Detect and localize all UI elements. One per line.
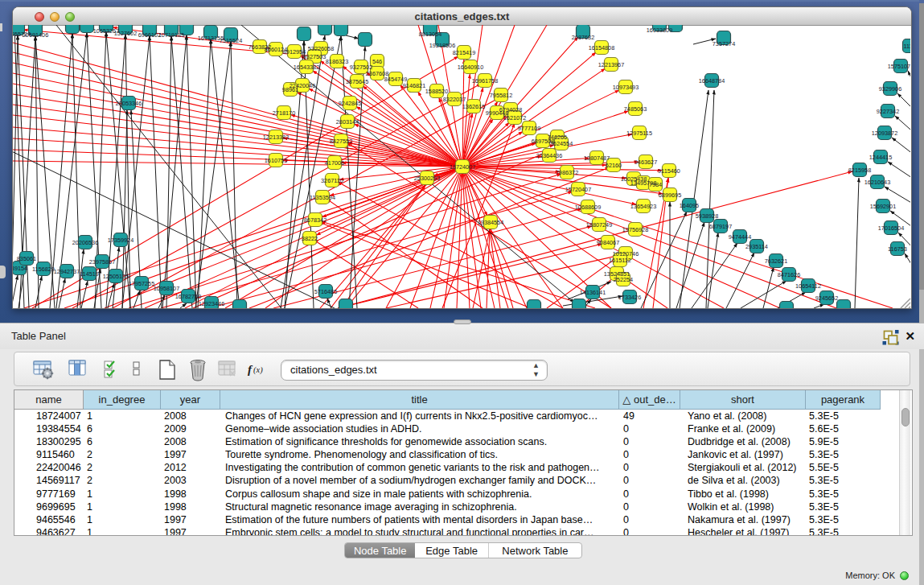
svg-text:8678342: 8678342	[304, 216, 326, 224]
svg-text:18807249: 18807249	[586, 221, 612, 229]
svg-text:3267110: 3267110	[321, 177, 343, 184]
svg-text:9463627: 9463627	[634, 159, 657, 166]
svg-text:9327503: 9327503	[303, 53, 326, 60]
svg-text:417006: 417006	[325, 159, 344, 167]
svg-text:8215958: 8215958	[848, 167, 871, 174]
svg-text:6879197: 6879197	[709, 223, 732, 230]
svg-text:7632621: 7632621	[765, 257, 787, 265]
svg-text:9242845: 9242845	[339, 100, 361, 107]
svg-text:18724007: 18724007	[450, 163, 475, 171]
svg-text:7485063: 7485063	[624, 105, 647, 113]
svg-text:835061: 835061	[17, 255, 36, 262]
svg-text:53226058: 53226058	[308, 45, 334, 52]
svg-text:10688609: 10688609	[575, 204, 601, 211]
svg-text:5938928: 5938928	[696, 212, 718, 220]
svg-text:f: f	[248, 363, 253, 376]
svg-text:9329906: 9329906	[879, 85, 901, 93]
svg-text:1156829: 1156829	[32, 266, 55, 273]
svg-text:9474444: 9474444	[729, 233, 751, 241]
svg-text:17359924: 17359924	[108, 237, 133, 244]
svg-text:9777109: 9777109	[518, 125, 540, 132]
svg-text:2687682: 2687682	[572, 34, 594, 41]
svg-text:16961758: 16961758	[472, 77, 498, 84]
svg-text:17957255: 17957255	[129, 280, 154, 287]
svg-text:6794028: 6794028	[499, 106, 522, 113]
svg-text:10807487: 10807487	[584, 154, 610, 162]
svg-text:9245652: 9245652	[815, 295, 838, 302]
svg-text:1362615: 1362615	[462, 103, 485, 110]
svg-text:7986372: 7986372	[556, 169, 578, 176]
svg-text:16210643: 16210643	[864, 179, 890, 186]
svg-text:20691406: 20691406	[23, 31, 48, 39]
svg-text:1112: 1112	[903, 43, 910, 50]
svg-text:15692901: 15692901	[870, 203, 896, 210]
svg-text:8427552: 8427552	[330, 138, 352, 145]
svg-text:2935114: 2935114	[745, 243, 768, 250]
svg-text:1527602: 1527602	[114, 30, 137, 37]
svg-text:10973493: 10973493	[613, 84, 639, 91]
svg-text:11353594: 11353594	[310, 194, 335, 201]
svg-text:1244415: 1244415	[869, 154, 892, 161]
svg-text:7955812: 7955812	[490, 92, 512, 99]
svg-text:25300293: 25300293	[414, 175, 440, 182]
svg-text:5716485: 5716485	[314, 288, 337, 295]
svg-text:15751074: 15751074	[888, 63, 910, 70]
svg-text:3875645: 3875645	[346, 78, 368, 85]
svg-text:16154808: 16154808	[589, 44, 614, 51]
svg-text:12213967: 12213967	[598, 61, 624, 68]
svg-text:20206536: 20206536	[72, 239, 98, 246]
svg-text:16543382: 16543382	[294, 64, 319, 71]
svg-text:16782759: 16782759	[175, 293, 201, 300]
svg-text:38222: 38222	[302, 235, 318, 242]
svg-text:12093872: 12093872	[872, 130, 897, 137]
svg-text:19756928: 19756928	[622, 226, 648, 233]
svg-text:62160: 62160	[606, 162, 622, 169]
svg-text:2718170: 2718170	[273, 109, 295, 117]
svg-text:17016504: 17016504	[878, 225, 904, 232]
svg-text:8322037: 8322037	[443, 96, 466, 103]
svg-text:16648784: 16648784	[699, 77, 725, 84]
svg-text:21364436: 21364436	[536, 152, 562, 159]
svg-text:1588520: 1588520	[425, 88, 448, 95]
svg-text:14136141: 14136141	[580, 289, 606, 296]
svg-text:6899695: 6899695	[659, 192, 681, 199]
svg-text:10719185: 10719185	[158, 31, 184, 39]
svg-text:9227342: 9227342	[877, 108, 899, 115]
svg-text:12923446: 12923446	[199, 300, 224, 307]
svg-text:(x): (x)	[253, 365, 263, 375]
svg-text:9146821: 9146821	[403, 82, 425, 89]
svg-text:2803144: 2803144	[336, 118, 359, 126]
svg-text:16033809: 16033809	[647, 27, 672, 34]
svg-text:19384554: 19384554	[478, 219, 503, 226]
svg-text:164095: 164095	[680, 202, 699, 209]
svg-text:252254: 252254	[614, 276, 633, 283]
svg-text:16640910: 16640910	[458, 64, 483, 71]
svg-text:20053346: 20053346	[116, 100, 142, 107]
svg-text:7515524: 7515524	[220, 37, 242, 44]
svg-text:8186323: 8186323	[326, 58, 348, 65]
svg-text:3624554: 3624554	[550, 140, 573, 147]
svg-text:114519: 114519	[80, 270, 99, 278]
svg-text:546: 546	[372, 58, 382, 65]
svg-text:8215419: 8215419	[453, 49, 475, 56]
svg-text:7357274: 7357274	[713, 40, 735, 47]
svg-text:12942737: 12942737	[54, 268, 80, 275]
svg-text:19218506: 19218506	[429, 42, 455, 49]
svg-text:10958107: 10958107	[154, 285, 179, 292]
svg-text:1621072: 1621072	[503, 114, 526, 122]
svg-text:1615112: 1615112	[609, 257, 631, 264]
svg-text:1733426: 1733426	[618, 294, 641, 301]
svg-text:1610755: 1610755	[265, 157, 287, 164]
svg-text:7984: 7984	[649, 181, 662, 188]
svg-text:13654923: 13654923	[630, 203, 656, 210]
svg-text:15720407: 15720407	[565, 186, 591, 193]
svg-text:39154: 39154	[13, 265, 27, 272]
svg-text:98961: 98961	[282, 86, 298, 93]
svg-text:8471626: 8471626	[778, 271, 800, 278]
svg-text:12505135: 12505135	[103, 273, 129, 280]
svg-text:9084067: 9084067	[597, 239, 619, 246]
svg-text:10654112: 10654112	[795, 282, 821, 290]
svg-text:116753: 116753	[888, 245, 907, 253]
svg-text:12975115: 12975115	[626, 130, 652, 137]
svg-text:8813054: 8813054	[419, 31, 441, 38]
